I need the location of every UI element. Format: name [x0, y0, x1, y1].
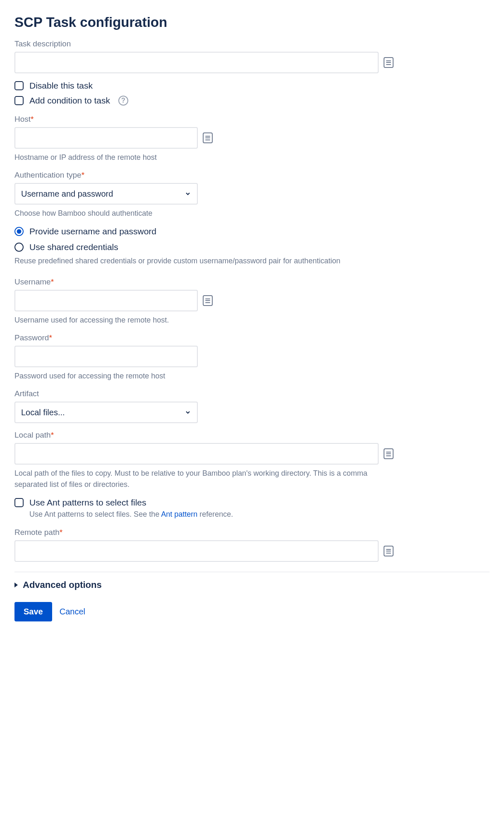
variable-picker-icon[interactable] [384, 57, 394, 68]
password-label: Password* [14, 333, 490, 342]
add-condition-row: Add condition to task ? [14, 96, 490, 106]
artifact-group: Artifact Local files... [14, 389, 490, 423]
advanced-options-toggle[interactable]: Advanced options [14, 580, 490, 590]
cancel-button[interactable]: Cancel [60, 607, 85, 616]
password-group: Password* Password used for accessing th… [14, 333, 490, 382]
variable-picker-icon[interactable] [203, 295, 213, 306]
local-path-group: Local path* Local path of the files to c… [14, 431, 490, 490]
artifact-select[interactable]: Local files... [14, 402, 198, 423]
ant-pattern-link[interactable]: Ant pattern [161, 510, 197, 518]
password-helper: Password used for accessing the remote h… [14, 371, 490, 382]
ant-patterns-label: Use Ant patterns to select files [29, 498, 146, 508]
auth-type-group: Authentication type* Username and passwo… [14, 171, 490, 219]
auth-type-label: Authentication type* [14, 171, 490, 180]
local-path-input[interactable] [14, 443, 379, 465]
auth-mode-radio2-label: Use shared credentials [29, 242, 118, 252]
add-condition-label: Add condition to task [29, 96, 110, 106]
save-button[interactable]: Save [14, 602, 52, 621]
ant-patterns-group: Use Ant patterns to select files Use Ant… [14, 498, 490, 519]
chevron-right-icon [14, 583, 18, 587]
remote-path-group: Remote path* [14, 528, 490, 562]
variable-picker-icon[interactable] [384, 448, 394, 459]
remote-path-label: Remote path* [14, 528, 490, 537]
add-condition-checkbox[interactable] [14, 96, 24, 105]
section-divider [14, 572, 490, 572]
variable-picker-icon[interactable] [203, 132, 213, 143]
auth-mode-helper: Reuse predefined shared credentials or p… [14, 255, 490, 267]
task-description-label: Task description [14, 39, 490, 48]
host-group: Host* Hostname or IP address of the remo… [14, 115, 490, 163]
artifact-label: Artifact [14, 389, 490, 398]
disable-task-checkbox[interactable] [14, 81, 24, 90]
auth-mode-radio2-row: Use shared credentials [14, 242, 490, 252]
password-input[interactable] [14, 346, 198, 367]
local-path-helper: Local path of the files to copy. Must to… [14, 468, 387, 490]
remote-path-input[interactable] [14, 540, 379, 562]
advanced-options-label: Advanced options [23, 580, 102, 590]
disable-task-row: Disable this task [14, 81, 490, 91]
ant-patterns-checkbox[interactable] [14, 498, 24, 507]
host-label: Host* [14, 115, 490, 124]
auth-mode-radio1-label: Provide username and password [29, 226, 156, 236]
task-description-group: Task description [14, 39, 490, 73]
auth-type-select[interactable]: Username and password [14, 183, 198, 205]
auth-mode-radio1-row: Provide username and password [14, 226, 490, 236]
username-input[interactable] [14, 290, 198, 311]
username-group: Username* Username used for accessing th… [14, 277, 490, 326]
host-helper: Hostname or IP address of the remote hos… [14, 152, 490, 163]
disable-task-label: Disable this task [29, 81, 93, 91]
auth-mode-radio-provide[interactable] [14, 227, 24, 236]
username-helper: Username used for accessing the remote h… [14, 315, 490, 326]
help-icon[interactable]: ? [118, 96, 128, 106]
auth-type-helper: Choose how Bamboo should authenticate [14, 208, 490, 219]
variable-picker-icon[interactable] [384, 546, 394, 556]
auth-mode-radio-shared[interactable] [14, 243, 24, 252]
task-description-input[interactable] [14, 52, 379, 73]
local-path-label: Local path* [14, 431, 490, 440]
action-buttons: Save Cancel [14, 602, 490, 621]
page-title: SCP Task configuration [14, 14, 490, 30]
ant-patterns-helper: Use Ant patterns to select files. See th… [29, 510, 490, 519]
username-label: Username* [14, 277, 490, 286]
host-input[interactable] [14, 127, 198, 149]
auth-mode-group: Provide username and password Use shared… [14, 226, 490, 267]
